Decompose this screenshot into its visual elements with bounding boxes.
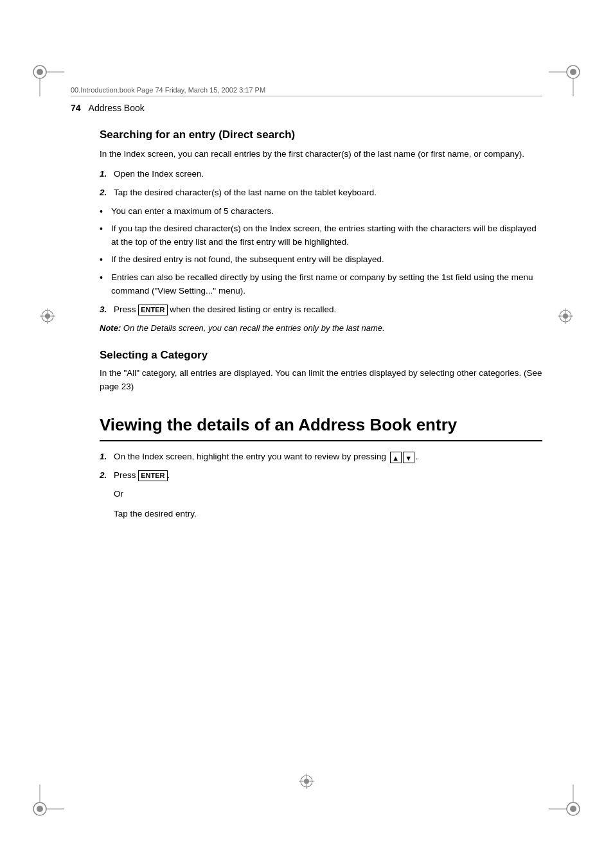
file-info: 00.Introduction.book Page 74 Friday, Mar… (71, 86, 265, 94)
section2-heading: Selecting a Category (100, 349, 542, 362)
bullet-dot-3: • (100, 253, 111, 267)
up-arrow-key: ▲ (390, 452, 402, 463)
enter-key-1: ENTER (138, 305, 167, 315)
section1-steps: 1. Open the Index screen. 2. Tap the des… (100, 168, 542, 200)
step-2-text: Tap the desired character(s) of the last… (114, 186, 542, 200)
step-3-text: Press ENTER when the desired listing or … (114, 303, 542, 317)
or-text: Or (114, 488, 542, 501)
step-3-number: 3. (100, 303, 114, 317)
bullet-4: • Entries can also be recalled directly … (100, 271, 542, 298)
bullet-3-text: If the desired entry is not found, the s… (111, 253, 542, 267)
step-1-text: Open the Index screen. (114, 168, 542, 181)
section3-step-1-number: 1. (100, 450, 114, 464)
step-3: 3. Press ENTER when the desired listing … (100, 303, 542, 317)
note-label: Note: (100, 323, 121, 333)
section1-intro: In the Index screen, you can recall entr… (100, 148, 542, 161)
page-number: 74 (71, 103, 81, 113)
step-1-number: 1. (100, 168, 114, 181)
bullet-2-text: If you tap the desired character(s) on t… (111, 222, 542, 249)
corner-mark-tr (542, 64, 581, 103)
section3-step-1: 1. On the Index screen, highlight the en… (100, 450, 542, 464)
bullet-dot-2: • (100, 222, 111, 236)
bullet-3: • If the desired entry is not found, the… (100, 253, 542, 267)
bullet-1: • You can enter a maximum of 5 character… (100, 205, 542, 219)
down-arrow-key: ▼ (403, 452, 414, 463)
section3-step-2: 2. Press ENTER. (100, 469, 542, 483)
corner-mark-br (542, 778, 581, 817)
section1-step3-list: 3. Press ENTER when the desired listing … (100, 303, 542, 317)
corner-mark-tl (32, 64, 71, 103)
section1-heading: Searching for an entry (Direct search) (100, 128, 542, 141)
section3-step-2-text: Press ENTER. (114, 469, 542, 483)
section1-bullets: • You can enter a maximum of 5 character… (100, 205, 542, 298)
step-2: 2. Tap the desired character(s) of the l… (100, 186, 542, 200)
svg-point-1 (37, 69, 43, 75)
enter-key-2: ENTER (138, 470, 167, 481)
page-title-text: Address Book (89, 103, 145, 113)
side-mark-left-mid (40, 308, 55, 326)
bullet-dot-1: • (100, 205, 111, 219)
section3-step-1-text: On the Index screen, highlight the entry… (114, 450, 542, 464)
section3-step-2-number: 2. (100, 469, 114, 483)
svg-point-29 (304, 779, 309, 784)
svg-point-9 (37, 806, 43, 812)
svg-point-23 (563, 314, 568, 319)
section3-steps: 1. On the Index screen, highlight the en… (100, 450, 542, 483)
note-content: On the Details screen, you can recall th… (121, 323, 384, 333)
svg-point-17 (45, 314, 50, 319)
side-mark-right-mid (558, 308, 573, 326)
svg-point-13 (570, 806, 576, 812)
tap-text: Tap the desired entry. (114, 508, 542, 521)
section1-note: Note: On the Details screen, you can rec… (100, 322, 542, 335)
bullet-dot-4: • (100, 271, 111, 285)
svg-point-5 (570, 69, 576, 75)
bottom-center-mark (299, 774, 314, 791)
arrow-keys: ▲▼ (390, 452, 414, 463)
bullet-4-text: Entries can also be recalled directly by… (111, 271, 542, 298)
top-banner: 00.Introduction.book Page 74 Friday, Mar… (71, 84, 542, 96)
section2-body: In the "All" category, all entries are d… (100, 367, 542, 394)
bullet-2: • If you tap the desired character(s) on… (100, 222, 542, 249)
step-1: 1. Open the Index screen. (100, 168, 542, 181)
bullet-1-text: You can enter a maximum of 5 characters. (111, 205, 542, 218)
page: 00.Introduction.book Page 74 Friday, Mar… (0, 0, 613, 868)
corner-mark-bl (32, 778, 71, 817)
step-2-number: 2. (100, 186, 114, 200)
main-content: Searching for an entry (Direct search) I… (100, 128, 542, 527)
page-header: 74 Address Book (71, 103, 542, 113)
section3-heading: Viewing the details of an Address Book e… (100, 414, 542, 442)
